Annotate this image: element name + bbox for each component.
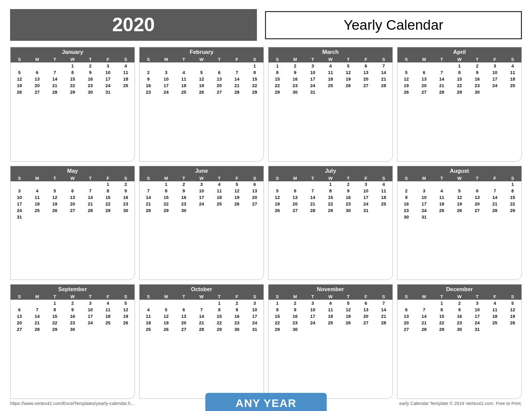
day-header: S	[117, 294, 135, 300]
day-header: W	[450, 56, 468, 62]
day-header: F	[99, 175, 117, 181]
day-cell: 22	[269, 82, 286, 89]
day-cell: 5	[397, 69, 415, 76]
day-header: F	[99, 56, 117, 62]
day-cell: 6	[357, 62, 375, 69]
days-grid: 1234567891011121314151617181920212223242…	[11, 181, 135, 280]
day-cell: 18	[28, 201, 46, 208]
day-cell: 23	[340, 201, 357, 208]
day-cell: 25	[321, 319, 339, 326]
days-grid: 1234567891011121314151617181920212223242…	[269, 300, 392, 398]
day-cell: 27	[357, 82, 375, 89]
day-header: F	[357, 56, 375, 62]
day-cell: 11	[117, 69, 135, 76]
day-cell: 8	[246, 69, 263, 76]
day-header: W	[321, 175, 339, 181]
day-cell: 21	[415, 319, 433, 326]
days-grid: 1234567891011121314151617181920212223242…	[269, 181, 392, 280]
months-grid: JanuarySMTWTFS12345678910111213141516171…	[10, 47, 522, 399]
day-cell: 16	[397, 201, 415, 208]
day-cell: 19	[228, 194, 246, 201]
day-cell: 28	[486, 208, 504, 214]
day-cell: 18	[321, 313, 339, 319]
day-cell: 7	[375, 300, 392, 306]
day-cell: 29	[211, 326, 228, 332]
day-cell: 29	[269, 89, 286, 95]
day-cell: 8	[433, 306, 450, 313]
day-cell: 5	[340, 62, 357, 69]
day-cell: 22	[269, 319, 286, 326]
day-header: T	[469, 56, 486, 62]
day-cell: 3	[246, 300, 263, 306]
day-cell: 8	[269, 69, 286, 76]
day-cell: 13	[175, 313, 192, 319]
empty-cell	[82, 181, 99, 188]
day-cell: 13	[11, 313, 28, 319]
day-cell: 15	[46, 313, 63, 319]
day-cell: 30	[228, 326, 246, 332]
day-cell: 19	[157, 319, 175, 326]
day-cell: 27	[28, 89, 46, 95]
day-header: M	[415, 294, 433, 300]
day-cell: 15	[504, 194, 521, 201]
day-header: S	[140, 294, 157, 300]
day-cell: 25	[140, 326, 157, 332]
day-cell: 18	[321, 76, 339, 82]
page: 2020 Yearly Calendar JanuarySMTWTFS12345…	[0, 0, 532, 411]
day-cell: 9	[286, 306, 304, 313]
day-cell: 24	[469, 319, 486, 326]
empty-cell	[11, 300, 28, 306]
day-cell: 13	[28, 76, 46, 82]
empty-cell	[28, 62, 46, 69]
day-cell: 26	[46, 208, 63, 214]
day-cell: 28	[140, 208, 157, 214]
day-cell: 14	[228, 76, 246, 82]
day-cell: 6	[175, 306, 192, 313]
day-cell: 20	[286, 201, 304, 208]
day-cell: 5	[269, 188, 286, 194]
day-cell: 5	[117, 300, 135, 306]
day-cell: 10	[304, 306, 321, 313]
day-cell: 29	[450, 89, 468, 95]
day-cell: 4	[28, 188, 46, 194]
day-cell: 16	[469, 76, 486, 82]
day-cell: 14	[375, 69, 392, 76]
empty-cell	[304, 181, 321, 188]
day-cell: 5	[228, 181, 246, 188]
day-cell: 12	[397, 76, 415, 82]
days-grid: 1234567891011121314151617181920212223242…	[397, 181, 521, 280]
day-cell: 9	[117, 188, 135, 194]
day-cell: 29	[504, 208, 521, 214]
day-cell: 25	[486, 319, 504, 326]
day-header: F	[357, 294, 375, 300]
day-header: S	[375, 56, 392, 62]
day-cell: 11	[375, 188, 392, 194]
empty-cell	[415, 300, 433, 306]
day-cell: 11	[99, 306, 117, 313]
any-year-button[interactable]: ANY YEAR	[206, 393, 327, 411]
day-cell: 20	[415, 82, 433, 89]
day-header: T	[340, 56, 357, 62]
day-cell: 22	[450, 82, 468, 89]
day-cell: 30	[82, 89, 99, 95]
day-cell: 1	[246, 62, 263, 69]
day-cell: 19	[117, 313, 135, 319]
days-grid: 1234567891011121314151617181920212223242…	[11, 62, 135, 161]
day-header: M	[415, 175, 433, 181]
day-header: W	[450, 175, 468, 181]
day-cell: 2	[82, 62, 99, 69]
day-cell: 18	[504, 76, 521, 82]
day-header: M	[286, 294, 304, 300]
day-cell: 14	[486, 194, 504, 201]
day-cell: 24	[486, 82, 504, 89]
day-cell: 22	[63, 82, 81, 89]
day-cell: 13	[469, 194, 486, 201]
day-header: T	[46, 294, 63, 300]
day-cell: 19	[11, 82, 28, 89]
empty-cell	[397, 62, 415, 69]
day-cell: 17	[469, 313, 486, 319]
day-cell: 1	[450, 62, 468, 69]
empty-cell	[157, 300, 175, 306]
day-cell: 26	[157, 326, 175, 332]
day-cell: 8	[269, 306, 286, 313]
